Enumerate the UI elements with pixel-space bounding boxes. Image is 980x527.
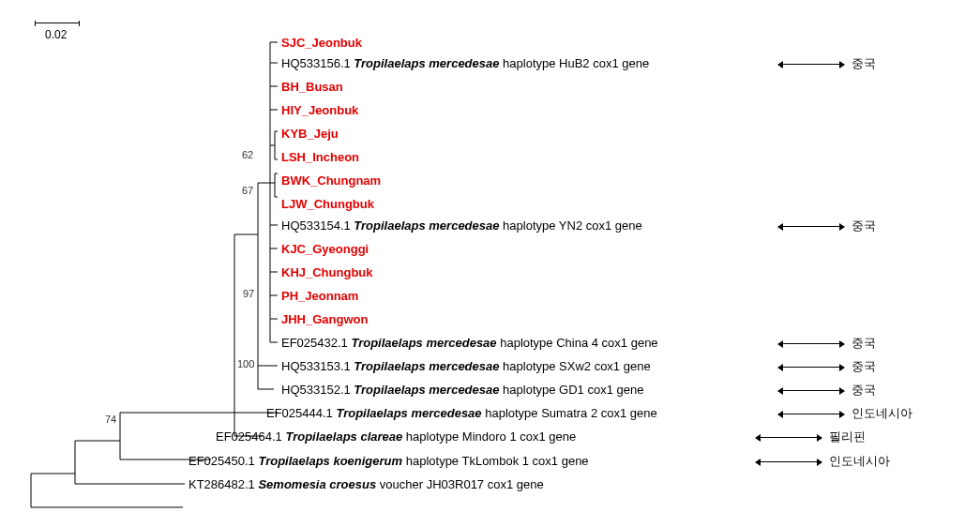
accession: EF025450.1: [188, 454, 258, 468]
arrow-line: [778, 64, 844, 65]
taxon-label: HQ533153.1 Tropilaelaps mercedesae haplo…: [281, 359, 651, 373]
bootstrap-value: 67: [242, 185, 253, 196]
origin-annotation: 중국: [778, 358, 876, 375]
origin-annotation: 중국: [778, 55, 876, 72]
origin-label: 중국: [852, 382, 876, 399]
species-name: Tropilaelaps mercedesae: [354, 359, 499, 373]
arrow-line: [756, 461, 822, 462]
bootstrap-value: 97: [243, 288, 254, 299]
taxon-label: LSH_Incheon: [281, 150, 359, 164]
taxon-label: HQ533154.1 Tropilaelaps mercedesae haplo…: [281, 218, 642, 233]
origin-label: 중국: [852, 358, 876, 375]
taxon-label: HQ533156.1 Tropilaelaps mercedesae haplo…: [281, 56, 649, 70]
taxon-label: BH_Busan: [281, 80, 343, 94]
origin-annotation: 중국: [778, 382, 876, 399]
taxon-label: KYB_Jeju: [281, 127, 339, 141]
haplotype-info: haplotype YN2 cox1 gene: [499, 218, 641, 233]
origin-annotation: 중국: [778, 335, 876, 352]
species-name: Tropilaelaps mercedesae: [354, 56, 499, 70]
taxon-label: LJW_Chungbuk: [281, 197, 374, 211]
species-name: Tropilaelaps clareae: [285, 429, 402, 444]
taxon-label: KJC_Gyeonggi: [281, 242, 369, 256]
taxon-label: KHJ_Chungbuk: [281, 265, 373, 279]
taxon-label: JHH_Gangwon: [281, 312, 368, 326]
species-name: Tropilaelaps mercedesae: [354, 218, 499, 233]
taxon-label: SJC_Jeonbuk: [281, 36, 362, 50]
taxon-label: EF025450.1 Tropilaelaps koenigerum haplo…: [188, 454, 589, 468]
bootstrap-value: 62: [242, 149, 253, 160]
tree-branches: [0, 0, 281, 527]
origin-label: 인도네시아: [829, 453, 890, 470]
species-name: Semomesia croesus: [258, 477, 376, 491]
taxon-label: EF025464.1 Tropilaelaps clareae haplotyp…: [216, 429, 576, 444]
haplotype-info: haplotype SXw2 cox1 gene: [499, 359, 650, 373]
taxon-label: HQ533152.1 Tropilaelaps mercedesae haplo…: [281, 383, 643, 397]
taxon-label: EF025432.1 Tropilaelaps mercedesae haplo…: [281, 336, 658, 350]
haplotype-info: haplotype China 4 cox1 gene: [497, 336, 658, 350]
bootstrap-value: 74: [105, 414, 116, 425]
arrow-line: [756, 437, 822, 438]
origin-annotation: 중국: [778, 218, 876, 234]
arrow-line: [778, 367, 844, 368]
haplotype-info: haplotype Mindoro 1 cox1 gene: [402, 429, 576, 444]
species-name: Tropilaelaps mercedesae: [354, 383, 499, 397]
taxon-label: BWK_Chungnam: [281, 173, 381, 188]
origin-annotation: 인도네시아: [778, 405, 912, 422]
species-name: Tropilaelaps koenigerum: [258, 454, 402, 468]
accession: HQ533154.1: [281, 218, 354, 233]
haplotype-info: haplotype HuB2 cox1 gene: [499, 56, 649, 70]
accession: EF025432.1: [281, 336, 351, 350]
origin-label: 인도네시아: [852, 405, 912, 422]
haplotype-info: voucher JH03R017 cox1 gene: [376, 477, 544, 491]
origin-label: 중국: [852, 55, 876, 72]
haplotype-info: haplotype Sumatra 2 cox1 gene: [482, 406, 657, 420]
accession: HQ533156.1: [281, 56, 354, 70]
haplotype-info: haplotype TkLombok 1 cox1 gene: [402, 454, 589, 468]
origin-annotation: 필리핀: [756, 429, 866, 445]
origin-label: 중국: [852, 335, 876, 352]
arrow-line: [778, 414, 844, 414]
arrow-line: [778, 226, 844, 227]
accession: KT286482.1: [188, 477, 258, 491]
bootstrap-value: 100: [237, 358, 254, 369]
taxon-label: HIY_Jeonbuk: [281, 103, 358, 117]
accession: EF025444.1: [266, 406, 336, 420]
origin-annotation: 인도네시아: [756, 453, 890, 470]
origin-label: 필리핀: [829, 429, 866, 445]
haplotype-info: haplotype GD1 cox1 gene: [499, 383, 643, 397]
species-name: Tropilaelaps mercedesae: [351, 336, 496, 350]
arrow-line: [778, 343, 844, 344]
origin-label: 중국: [852, 218, 876, 234]
taxon-label: EF025444.1 Tropilaelaps mercedesae haplo…: [266, 406, 657, 420]
arrow-line: [778, 390, 844, 391]
accession: EF025464.1: [216, 429, 285, 444]
accession: HQ533152.1: [281, 383, 354, 397]
accession: HQ533153.1: [281, 359, 354, 373]
taxon-label: KT286482.1 Semomesia croesus voucher JH0…: [188, 477, 544, 491]
species-name: Tropilaelaps mercedesae: [336, 406, 481, 420]
taxon-label: PH_Jeonnam: [281, 289, 358, 303]
